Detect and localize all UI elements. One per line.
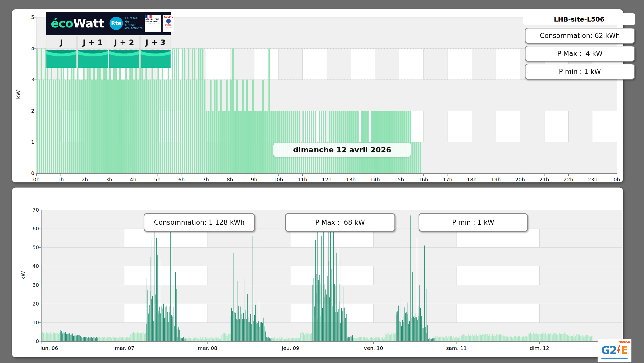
ecowatt-header-logo-bar: écoWatt Rte Le réseau de transport d'éle…: [46, 12, 171, 35]
x-tick: [472, 174, 472, 176]
x-tick-label: 21h: [539, 176, 549, 183]
ecowatt-signal-image[interactable]: [46, 50, 77, 68]
x-tick: [457, 342, 457, 344]
x-tick: [182, 174, 182, 176]
x-tick-label: dim. 12: [530, 345, 549, 351]
y-axis-line: [41, 210, 42, 341]
y-tick: [34, 80, 36, 80]
g2e-logo: G2 E FRANCE: [601, 344, 628, 357]
ademe-logo: ADEME AGENCE DE LA TRANSITION ÉCOLOGIQUE: [163, 15, 174, 32]
y-tick: [39, 285, 41, 285]
y-tick: [34, 17, 36, 17]
day-button-label[interactable]: J + 2: [109, 36, 140, 49]
x-tick-label: 15h: [394, 176, 404, 183]
x-tick: [278, 174, 279, 176]
y-axis-line: [36, 17, 36, 173]
g2e-tagline: [601, 358, 628, 359]
day-button-jplus3[interactable]: J + 3: [140, 36, 171, 69]
x-tick: [302, 174, 303, 176]
republique-line: FRANÇAISE: [145, 21, 160, 23]
x-tick-label: 0h: [33, 176, 39, 183]
x-tick-label: 10h: [273, 176, 283, 183]
daily-chart-panel: 012345 0h1h2h3h4h5h6h7h8h9h10h11h12h13h1…: [12, 9, 623, 182]
pmax-stat-box: P Max : 4 kW: [525, 46, 635, 62]
ecowatt-logo-eco: éco: [51, 16, 73, 30]
x-tick-label: 12h: [322, 176, 331, 183]
republique-motto: Liberté Égalité Fraternité: [145, 23, 160, 25]
y-tick: [39, 210, 41, 210]
x-tick: [373, 342, 374, 344]
ademe-name: ADEME: [164, 16, 173, 18]
x-tick-label: 19h: [491, 176, 501, 183]
x-tick-label: sam. 11: [446, 345, 467, 351]
x-tick-label: 23h: [588, 176, 598, 183]
x-tick: [125, 342, 125, 344]
x-tick: [520, 174, 520, 176]
rte-tagline-line: d'électricité: [125, 27, 143, 30]
pmax-stat-box: P Max : 68 kW: [285, 213, 395, 232]
x-tick-label: 13h: [346, 176, 356, 183]
ecowatt-signal-image[interactable]: [77, 50, 108, 68]
x-tick-label: 3h: [106, 176, 112, 183]
x-tick-label: 18h: [467, 176, 477, 183]
y-tick: [39, 229, 41, 229]
g2e-logo-box: G2 E FRANCE: [598, 339, 631, 362]
site-title: LHB-site-L506: [523, 13, 635, 25]
y-tick-label: 40: [27, 263, 39, 269]
x-tick: [36, 174, 37, 176]
ecowatt-signal-image[interactable]: [109, 50, 140, 68]
x-tick: [617, 174, 617, 176]
x-tick: [351, 174, 351, 176]
x-tick-label: 20h: [515, 176, 525, 183]
y-tick: [39, 247, 41, 248]
y-tick-label: 0: [27, 338, 39, 344]
date-label: dimanche 12 avril 2026: [273, 143, 411, 157]
ecowatt-logo-watt: Watt: [73, 16, 104, 30]
x-tick: [544, 174, 544, 176]
y-tick-label: 50: [27, 244, 39, 250]
x-tick-label: mar. 07: [115, 345, 134, 351]
day-button-jplus2[interactable]: J + 2: [109, 36, 140, 69]
y-tick-label: 0: [23, 170, 34, 176]
x-tick: [423, 174, 424, 176]
x-tick-label: 11h: [298, 176, 307, 183]
republique-francaise-logo: RÉPUBLIQUE FRANÇAISE Liberté Égalité Fra…: [145, 15, 161, 32]
x-tick: [568, 174, 569, 176]
x-tick-label: mer. 08: [198, 345, 217, 351]
day-button-jplus1[interactable]: J + 1: [77, 36, 108, 69]
rte-tagline-line: de transport: [125, 20, 143, 27]
y-tick: [39, 322, 41, 323]
y-tick: [39, 304, 41, 304]
day-button-label[interactable]: J + 1: [77, 36, 108, 49]
day-button-j[interactable]: J: [46, 36, 77, 69]
x-tick: [207, 342, 208, 344]
y-tick-label: 70: [27, 207, 39, 213]
x-tick: [375, 174, 375, 176]
day-button-label[interactable]: J: [46, 36, 77, 49]
x-tick-label: 8h: [227, 176, 233, 183]
x-tick: [157, 174, 157, 176]
x-tick: [109, 174, 109, 176]
x-tick-label: 5h: [154, 176, 161, 183]
y-tick: [34, 173, 36, 173]
ecowatt-signal-image[interactable]: [140, 50, 171, 68]
y-tick: [34, 111, 36, 111]
x-tick: [327, 174, 327, 176]
x-tick-label: 2h: [82, 176, 88, 183]
x-tick: [206, 174, 206, 176]
weekly-chart-panel: 010203040506070 lun. 06mar. 07mer. 08jeu…: [12, 188, 623, 357]
x-tick: [399, 174, 399, 176]
y-tick-label: 60: [27, 225, 39, 232]
x-tick-label: 9h: [251, 176, 257, 183]
y-axis-title: kW: [20, 271, 26, 280]
x-tick: [42, 342, 42, 344]
day-button-label[interactable]: J + 3: [140, 36, 171, 49]
y-tick-label: 4: [23, 45, 34, 52]
x-tick: [230, 174, 230, 176]
french-flag-icon: [145, 15, 152, 18]
ademe-globe-icon: [166, 19, 171, 24]
ecowatt-logo: écoWatt: [51, 16, 104, 30]
y-tick: [34, 48, 36, 49]
y-tick: [39, 341, 41, 341]
x-tick: [61, 174, 61, 176]
